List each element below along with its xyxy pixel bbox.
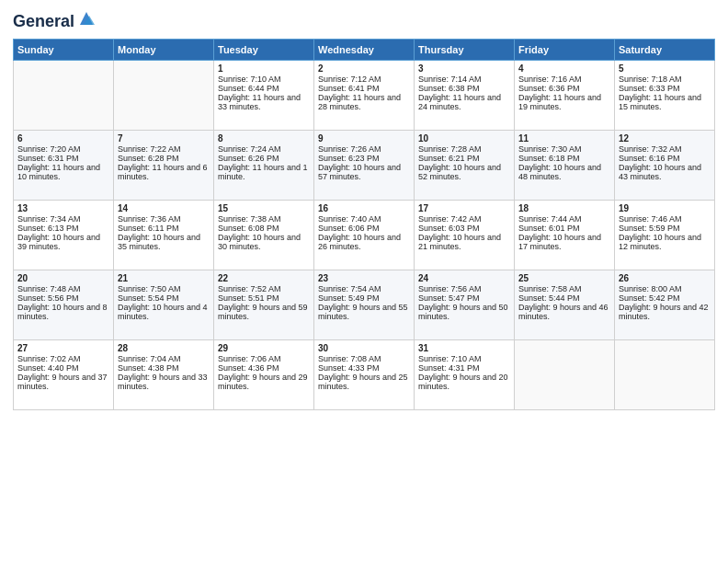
day-number: 21 [118, 273, 210, 283]
daylight: Daylight: 11 hours and 33 minutes. [218, 93, 301, 111]
day-cell: 15Sunrise: 7:38 AMSunset: 6:08 PMDayligh… [214, 200, 314, 270]
sunrise: Sunrise: 7:12 AM [318, 75, 381, 84]
day-number: 13 [17, 203, 109, 213]
sunrise: Sunrise: 7:54 AM [318, 284, 381, 293]
daylight: Daylight: 10 hours and 48 minutes. [518, 163, 601, 181]
daylight: Daylight: 9 hours and 46 minutes. [518, 303, 609, 321]
sunset: Sunset: 6:23 PM [318, 154, 380, 163]
day-number: 30 [318, 343, 410, 353]
day-cell: 12Sunrise: 7:32 AMSunset: 6:16 PMDayligh… [615, 130, 715, 200]
day-cell: 10Sunrise: 7:28 AMSunset: 6:21 PMDayligh… [415, 130, 515, 200]
daylight: Daylight: 10 hours and 21 minutes. [418, 233, 501, 251]
day-number: 18 [518, 203, 610, 213]
day-cell: 18Sunrise: 7:44 AMSunset: 6:01 PMDayligh… [515, 200, 615, 270]
sunrise: Sunrise: 7:56 AM [418, 284, 482, 293]
day-number: 20 [17, 273, 109, 283]
day-cell: 23Sunrise: 7:54 AMSunset: 5:49 PMDayligh… [314, 270, 415, 339]
day-cell: 8Sunrise: 7:24 AMSunset: 6:26 PMDaylight… [214, 130, 314, 200]
day-number: 1 [218, 63, 310, 74]
sunrise: Sunrise: 7:04 AM [118, 354, 181, 363]
col-header-thursday: Thursday [415, 39, 515, 60]
daylight: Daylight: 11 hours and 15 minutes. [619, 93, 701, 111]
sunrise: Sunrise: 7:46 AM [619, 214, 682, 224]
sunset: Sunset: 5:47 PM [418, 293, 480, 303]
day-cell: 3Sunrise: 7:14 AMSunset: 6:38 PMDaylight… [415, 60, 515, 130]
day-cell: 22Sunrise: 7:52 AMSunset: 5:51 PMDayligh… [214, 270, 314, 339]
day-number: 14 [118, 203, 210, 213]
logo-general: General [13, 13, 74, 31]
day-cell [615, 339, 715, 409]
day-cell: 14Sunrise: 7:36 AMSunset: 6:11 PMDayligh… [114, 200, 214, 270]
day-number: 24 [418, 273, 510, 283]
day-cell: 27Sunrise: 7:02 AMSunset: 4:40 PMDayligh… [14, 339, 114, 409]
day-cell: 16Sunrise: 7:40 AMSunset: 6:06 PMDayligh… [314, 200, 415, 270]
day-number: 27 [17, 343, 109, 353]
day-number: 10 [418, 133, 510, 144]
day-cell: 30Sunrise: 7:08 AMSunset: 4:33 PMDayligh… [314, 339, 415, 409]
sunset: Sunset: 6:28 PM [118, 154, 179, 163]
sunset: Sunset: 6:08 PM [218, 224, 279, 233]
col-header-saturday: Saturday [615, 39, 715, 60]
day-cell: 6Sunrise: 7:20 AMSunset: 6:31 PMDaylight… [14, 130, 114, 200]
week-row-1: 1Sunrise: 7:10 AMSunset: 6:44 PMDaylight… [14, 60, 715, 130]
sunrise: Sunrise: 7:20 AM [17, 144, 81, 154]
header: General [13, 9, 715, 31]
day-number: 5 [619, 63, 711, 74]
sunset: Sunset: 4:40 PM [17, 363, 79, 373]
daylight: Daylight: 9 hours and 50 minutes. [418, 303, 508, 321]
sunrise: Sunrise: 7:22 AM [118, 144, 181, 154]
sunrise: Sunrise: 7:14 AM [418, 75, 482, 84]
daylight: Daylight: 10 hours and 26 minutes. [318, 233, 401, 251]
day-number: 19 [619, 203, 711, 213]
sunrise: Sunrise: 7:16 AM [518, 75, 582, 84]
daylight: Daylight: 9 hours and 25 minutes. [318, 373, 408, 391]
sunset: Sunset: 6:06 PM [318, 224, 380, 233]
sunset: Sunset: 4:36 PM [218, 363, 279, 373]
sunrise: Sunrise: 7:38 AM [218, 214, 281, 224]
sunset: Sunset: 6:11 PM [118, 224, 179, 233]
sunset: Sunset: 5:49 PM [318, 293, 380, 303]
day-cell: 19Sunrise: 7:46 AMSunset: 5:59 PMDayligh… [615, 200, 715, 270]
sunrise: Sunrise: 7:08 AM [318, 354, 381, 363]
daylight: Daylight: 11 hours and 24 minutes. [418, 93, 501, 111]
day-number: 15 [218, 203, 310, 213]
day-number: 31 [418, 343, 510, 353]
sunrise: Sunrise: 7:34 AM [17, 214, 81, 224]
day-cell: 2Sunrise: 7:12 AMSunset: 6:41 PMDaylight… [314, 60, 415, 130]
sunset: Sunset: 6:03 PM [418, 224, 480, 233]
day-cell [515, 339, 615, 409]
day-number: 22 [218, 273, 310, 283]
day-number: 4 [518, 63, 610, 74]
sunrise: Sunrise: 7:42 AM [418, 214, 482, 224]
day-cell: 13Sunrise: 7:34 AMSunset: 6:13 PMDayligh… [14, 200, 114, 270]
daylight: Daylight: 9 hours and 33 minutes. [118, 373, 208, 391]
col-header-wednesday: Wednesday [314, 39, 415, 60]
sunrise: Sunrise: 7:50 AM [118, 284, 181, 293]
sunset: Sunset: 6:26 PM [218, 154, 279, 163]
logo-icon [76, 8, 97, 29]
day-cell: 29Sunrise: 7:06 AMSunset: 4:36 PMDayligh… [214, 339, 314, 409]
sunset: Sunset: 5:51 PM [218, 293, 279, 303]
day-cell: 31Sunrise: 7:10 AMSunset: 4:31 PMDayligh… [415, 339, 515, 409]
sunset: Sunset: 4:38 PM [118, 363, 179, 373]
day-cell: 26Sunrise: 8:00 AMSunset: 5:42 PMDayligh… [615, 270, 715, 339]
sunrise: Sunrise: 7:10 AM [218, 75, 281, 84]
sunrise: Sunrise: 7:48 AM [17, 284, 81, 293]
sunrise: Sunrise: 7:52 AM [218, 284, 281, 293]
week-row-3: 13Sunrise: 7:34 AMSunset: 6:13 PMDayligh… [14, 200, 715, 270]
sunset: Sunset: 5:54 PM [118, 293, 179, 303]
sunrise: Sunrise: 8:00 AM [619, 284, 682, 293]
daylight: Daylight: 10 hours and 57 minutes. [318, 163, 401, 181]
day-number: 9 [318, 133, 410, 144]
day-cell: 24Sunrise: 7:56 AMSunset: 5:47 PMDayligh… [415, 270, 515, 339]
sunset: Sunset: 5:42 PM [619, 293, 680, 303]
sunset: Sunset: 6:44 PM [218, 84, 279, 93]
sunrise: Sunrise: 7:18 AM [619, 75, 682, 84]
daylight: Daylight: 10 hours and 30 minutes. [218, 233, 301, 251]
sunrise: Sunrise: 7:44 AM [518, 214, 582, 224]
daylight: Daylight: 11 hours and 10 minutes. [17, 163, 100, 181]
day-cell: 21Sunrise: 7:50 AMSunset: 5:54 PMDayligh… [114, 270, 214, 339]
sunrise: Sunrise: 7:24 AM [218, 144, 281, 154]
sunrise: Sunrise: 7:36 AM [118, 214, 181, 224]
day-number: 23 [318, 273, 410, 283]
